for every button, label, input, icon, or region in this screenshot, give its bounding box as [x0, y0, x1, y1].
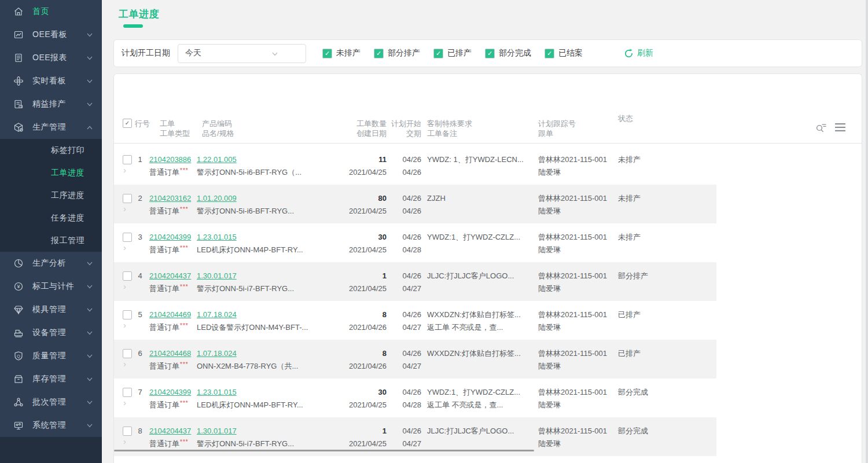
plan-start-date: 04/26: [385, 193, 421, 204]
batch-icon: [13, 397, 24, 407]
created-date: 2021/04/25: [323, 205, 387, 216]
sidebar-item-4[interactable]: 精益排产: [0, 93, 102, 116]
sidebar-item-1[interactable]: OEE看板: [0, 23, 102, 46]
sidebar-subitem-4[interactable]: 报工管理: [0, 229, 102, 252]
work-order-link[interactable]: 2104203162: [149, 194, 191, 203]
sidebar-subitem-0[interactable]: 标签打印: [0, 139, 102, 161]
row-expand-chevron-icon[interactable]: ›: [123, 204, 126, 214]
status-filter-checkbox[interactable]: ✓ 已排产: [433, 48, 472, 58]
tracking-number: 曾林林2021-115-001: [538, 387, 631, 398]
row-expand-chevron-icon[interactable]: ›: [123, 242, 126, 252]
checkbox-checked-icon: ✓: [485, 49, 495, 58]
sidebar-item-7[interactable]: ¥标工与计件: [0, 275, 102, 298]
row-expand-chevron-icon[interactable]: ›: [123, 320, 126, 330]
product-name: LED设备警示灯ONN-M4Y-BFT-...: [197, 322, 308, 333]
work-order-link[interactable]: 2104204399: [149, 388, 191, 396]
row-expand-chevron-icon[interactable]: ›: [123, 436, 126, 446]
product-code-link[interactable]: 1.30.01.017: [197, 427, 237, 435]
work-order-link[interactable]: 2104204399: [149, 233, 191, 241]
select-all-checkbox[interactable]: ✓: [123, 119, 132, 128]
order-remark: 返工单 不亮或是，查...: [427, 322, 540, 333]
header-tracking: 计划跟踪号跟单: [538, 119, 625, 138]
work-order-link[interactable]: 2104203886: [149, 155, 191, 164]
sidebar-subitem-1[interactable]: 工单进度: [0, 161, 102, 184]
work-order-link[interactable]: 2104204437: [149, 427, 191, 435]
row-checkbox[interactable]: [123, 233, 132, 242]
follower: 陆爱琳: [538, 322, 631, 333]
header-plan-start: 计划开始交期: [385, 119, 421, 138]
created-date: 2021/04/26: [323, 322, 387, 333]
row-expand-chevron-icon[interactable]: ›: [123, 398, 126, 407]
sidebar-item-label: 精益排产: [32, 99, 66, 109]
plan-start-date: 04/26: [385, 270, 421, 281]
table-row: › 1 2104203886 普通订单*** 1.22.01.005 警示灯ON…: [114, 146, 716, 185]
row-number: 3: [135, 232, 145, 242]
row-expand-chevron-icon[interactable]: ›: [123, 165, 126, 175]
order-type-stars: ***: [180, 439, 189, 445]
status-filter-label: 已排产: [447, 48, 472, 58]
sidebar-subitem-2[interactable]: 工序进度: [0, 184, 102, 207]
system-icon: [13, 420, 24, 431]
plan-start-date: 04/26: [385, 232, 421, 242]
vertical-scrollbar[interactable]: [866, 0, 868, 463]
date-range-select[interactable]: 今天: [178, 44, 306, 63]
refresh-button[interactable]: 刷新: [624, 48, 653, 58]
row-checkbox[interactable]: [123, 155, 132, 164]
product-code-link[interactable]: 1.30.01.017: [197, 271, 237, 280]
horizontal-scrollbar[interactable]: [114, 450, 534, 451]
product-code-link[interactable]: 1.07.18.024: [197, 349, 237, 358]
row-checkbox[interactable]: [123, 310, 132, 319]
sidebar-item-9[interactable]: 设备管理: [0, 321, 102, 344]
order-type-stars: ***: [180, 206, 189, 212]
product-name: LED机床灯ONN-M4P-BFT-RY...: [197, 399, 303, 410]
row-checkbox[interactable]: [123, 388, 132, 397]
sidebar-item-8[interactable]: 模具管理: [0, 298, 102, 321]
sidebar-subitem-3[interactable]: 任务进度: [0, 207, 102, 229]
header-status: 状态: [618, 113, 705, 123]
work-order-link[interactable]: 2104204468: [149, 349, 191, 358]
order-type: 普通订单***: [149, 244, 189, 256]
created-date: 2021/04/25: [323, 283, 387, 294]
status-filter-checkbox[interactable]: ✓ 已结案: [545, 48, 583, 58]
sidebar-item-5[interactable]: 生产管理: [0, 116, 102, 139]
row-expand-chevron-icon[interactable]: ›: [123, 281, 126, 291]
status-filter-checkbox[interactable]: ✓ 未排产: [322, 48, 361, 58]
sidebar-item-3[interactable]: 实时看板: [0, 69, 102, 93]
sidebar-item-11[interactable]: 库存管理: [0, 368, 102, 391]
sidebar-item-2[interactable]: OEE报表: [0, 46, 102, 69]
status-filter-checkbox[interactable]: ✓ 部分排产: [374, 48, 420, 58]
product-code-link[interactable]: 1.23.01.015: [197, 388, 237, 396]
header-remark: 客制特殊要求工单备注: [427, 119, 538, 138]
main-content: 工单进度 计划开工日期 今天 ✓ 未排产 ✓ 部分排产 ✓ 已排产 ✓ 部分完成…: [102, 0, 868, 463]
work-order-link[interactable]: 2104204437: [149, 271, 191, 280]
sidebar: 首页OEE看板OEE报表实时看板精益排产生产管理标签打印工单进度工序进度任务进度…: [0, 0, 102, 463]
chevron-down-icon: [87, 33, 93, 37]
row-checkbox[interactable]: [123, 349, 132, 358]
product-code-link[interactable]: 1.23.01.015: [197, 233, 237, 241]
status-filter-label: 未排产: [336, 48, 361, 58]
row-checkbox[interactable]: [123, 194, 132, 203]
sidebar-item-13[interactable]: 系统管理: [0, 414, 102, 437]
due-date: 04/27: [385, 438, 421, 449]
sidebar-item-home[interactable]: 首页: [0, 0, 102, 23]
product-code-link[interactable]: 1.22.01.005: [197, 155, 237, 164]
product-name: ONN-X2M-B4-778-RYG（共...: [197, 361, 298, 372]
sidebar-item-6[interactable]: 生产分析: [0, 252, 102, 275]
sidebar-item-12[interactable]: 批次管理: [0, 391, 102, 414]
column-menu-icon[interactable]: [835, 123, 845, 132]
sidebar-item-10[interactable]: Q质量管理: [0, 344, 102, 368]
status-filter-group: ✓ 未排产 ✓ 部分排产 ✓ 已排产 ✓ 部分完成 ✓ 已结案: [322, 48, 596, 58]
row-checkbox[interactable]: [123, 427, 132, 436]
sidebar-subitem-label: 报工管理: [51, 236, 84, 246]
row-expand-chevron-icon[interactable]: ›: [123, 359, 126, 369]
mold-icon: [13, 304, 24, 315]
row-checkbox[interactable]: [123, 271, 132, 281]
product-code-link[interactable]: 1.07.18.024: [197, 310, 237, 319]
status-filter-checkbox[interactable]: ✓ 部分完成: [485, 48, 531, 58]
work-order-link[interactable]: 2104204469: [149, 310, 191, 319]
tracking-number: 曾林林2021-115-001: [538, 425, 631, 436]
sidebar-item-label: 模具管理: [32, 304, 66, 315]
search-filter-icon[interactable]: [815, 122, 827, 133]
product-code-link[interactable]: 1.01.20.009: [197, 194, 237, 203]
table-row: › 2 2104203162 普通订单*** 1.01.20.009 警示灯ON…: [114, 185, 716, 223]
